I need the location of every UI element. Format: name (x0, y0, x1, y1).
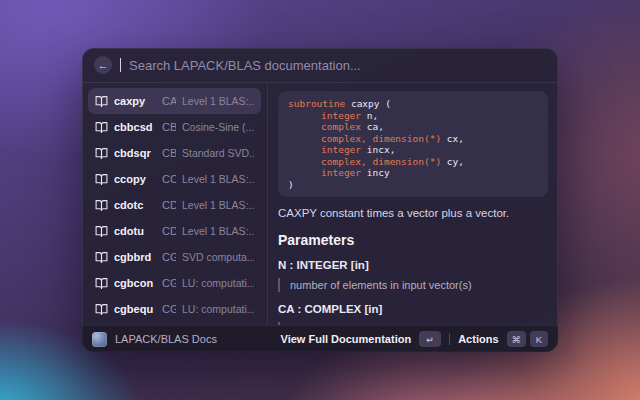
routine-category: Level 1 BLAS:... (182, 95, 254, 107)
routine-category: Level 1 BLAS:... (182, 173, 254, 185)
routine-subtitle: CAXPY... (162, 95, 176, 107)
routine-subtitle: CGBC... (162, 277, 176, 289)
routine-name: cdotu (114, 225, 156, 237)
routine-category: Level 1 BLAS:... (182, 199, 254, 211)
parameter-name: CA : COMPLEX [in] (278, 303, 548, 315)
code-identifier: ca, (367, 121, 384, 132)
code-line: integer incx, (321, 144, 538, 156)
search-input[interactable] (129, 58, 546, 73)
app-name-label: LAPACK/BLAS Docs (115, 333, 273, 345)
code-keyword: complex, dimension(*) (321, 133, 447, 144)
content-area: caxpyCAXPY...Level 1 BLAS:...cbbcsdCBBC.… (82, 83, 558, 325)
actions-button[interactable]: Actions (458, 333, 498, 345)
code-identifier: n, (367, 110, 378, 121)
code-keyword: integer (321, 144, 367, 155)
code-line: ) (288, 179, 538, 191)
routine-name: caxpy (114, 95, 156, 107)
k-key-icon: K (530, 331, 548, 347)
routine-category: Standard SVD... (182, 147, 254, 159)
view-full-documentation-button[interactable]: View Full Documentation (281, 333, 412, 345)
code-signature-block: subroutine caxpy (integer n,complex ca,c… (278, 91, 548, 197)
routine-subtitle: CCOPY... (162, 173, 176, 185)
open-book-icon (95, 199, 108, 212)
routine-subtitle: CGBE... (162, 303, 176, 315)
open-book-icon (95, 147, 108, 160)
routine-category: LU: computati... (182, 303, 254, 315)
text-caret (120, 58, 121, 72)
result-row-cgbequ[interactable]: cgbequCGBE...LU: computati... (88, 296, 261, 322)
result-row-ccopy[interactable]: ccopyCCOPY...Level 1 BLAS:... (88, 166, 261, 192)
routine-name: cbdsqr (114, 147, 156, 159)
routine-category: LU: computati... (182, 277, 254, 289)
code-line: complex ca, (321, 121, 538, 133)
routine-category: SVD computa... (182, 251, 254, 263)
open-book-icon (95, 303, 108, 316)
command-key-icon: ⌘ (507, 331, 527, 347)
code-line: subroutine caxpy ( (288, 98, 538, 110)
code-keyword: integer (321, 110, 367, 121)
code-identifier: ) (288, 179, 294, 190)
routine-name: cbbcsd (114, 121, 156, 133)
routine-category: Level 1 BLAS:... (182, 225, 254, 237)
routine-name: cdotc (114, 199, 156, 211)
routine-subtitle: CDOTU... (162, 225, 176, 237)
footer-bar: LAPACK/BLAS Docs View Full Documentation… (82, 325, 558, 352)
code-line: integer incy (321, 167, 538, 179)
code-identifier: incx, (367, 144, 396, 155)
code-identifier: cx, (447, 133, 464, 144)
open-book-icon (95, 277, 108, 290)
routine-name: cgbcon (114, 277, 156, 289)
return-key-icon: ↵ (419, 331, 441, 347)
app-logo-icon (92, 332, 107, 347)
open-book-icon (95, 173, 108, 186)
result-row-cdotc[interactable]: cdotcCDOTC...Level 1 BLAS:... (88, 192, 261, 218)
routine-subtitle: CBDS... (162, 147, 176, 159)
routine-name: ccopy (114, 173, 156, 185)
routine-subtitle: CDOTC... (162, 199, 176, 211)
actions-shortcut-keys: ⌘K (507, 331, 549, 347)
open-book-icon (95, 121, 108, 134)
routine-description: CAXPY constant times a vector plus a vec… (278, 207, 548, 219)
open-book-icon (95, 251, 108, 264)
code-keyword: complex (321, 121, 367, 132)
result-row-cbdsqr[interactable]: cbdsqrCBDS...Standard SVD... (88, 140, 261, 166)
desktop-background: { "window": { "search": { "back_icon": "… (0, 0, 640, 400)
parameters-list: N : INTEGER [in]number of elements in in… (278, 259, 548, 325)
routine-subtitle: CGBBR... (162, 251, 176, 263)
open-book-icon (95, 225, 108, 238)
code-identifier: cy, (447, 156, 464, 167)
footer-divider (449, 333, 450, 345)
code-identifier: incy (367, 167, 390, 178)
parameter-description: number of elements in input vector(s) (278, 278, 548, 292)
code-line: complex, dimension(*) cy, (321, 156, 538, 168)
search-bar: ← (82, 48, 558, 83)
open-book-icon (95, 95, 108, 108)
routine-category: Cosine-Sine (... (182, 121, 254, 133)
code-keyword: subroutine (288, 98, 351, 109)
code-identifier: caxpy ( (351, 98, 391, 109)
code-line: integer n, (321, 110, 538, 122)
code-line: complex, dimension(*) cx, (321, 133, 538, 145)
result-row-cgbcon[interactable]: cgbconCGBC...LU: computati... (88, 270, 261, 296)
command-palette-window: ← caxpyCAXPY...Level 1 BLAS:...cbbcsdCBB… (82, 48, 558, 352)
routine-name: cgbbrd (114, 251, 156, 263)
parameter-name: N : INTEGER [in] (278, 259, 548, 271)
result-row-cbbcsd[interactable]: cbbcsdCBBC...Cosine-Sine (... (88, 114, 261, 140)
results-list: caxpyCAXPY...Level 1 BLAS:...cbbcsdCBBC.… (82, 83, 268, 325)
parameters-heading: Parameters (278, 232, 548, 248)
back-button[interactable]: ← (94, 56, 112, 74)
result-row-caxpy[interactable]: caxpyCAXPY...Level 1 BLAS:... (88, 88, 261, 114)
result-row-cdotu[interactable]: cdotuCDOTU...Level 1 BLAS:... (88, 218, 261, 244)
routine-name: cgbequ (114, 303, 156, 315)
result-row-cgbbrd[interactable]: cgbbrdCGBBR...SVD computa... (88, 244, 261, 270)
code-keyword: integer (321, 167, 367, 178)
code-keyword: complex, dimension(*) (321, 156, 447, 167)
routine-subtitle: CBBC... (162, 121, 176, 133)
detail-panel: subroutine caxpy (integer n,complex ca,c… (268, 83, 558, 325)
